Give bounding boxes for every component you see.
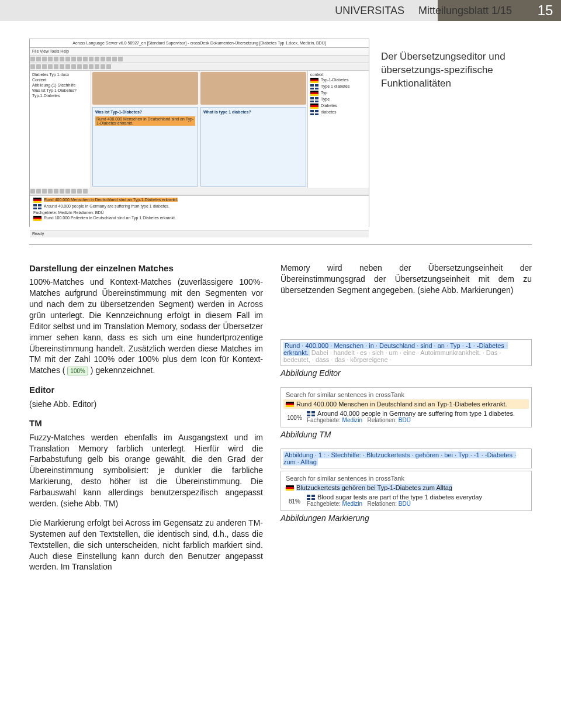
heading-editor: Editor [29,384,263,396]
heading-tm: TM [29,418,263,429]
match-percent-81: 81% [286,494,303,505]
app-titlebar: Across Language Server v6.0 50927_en [St… [30,39,369,48]
target-editor: What is type 1 diabetes? [200,107,306,187]
figure-tm: Search for similar sentences in crossTan… [280,387,532,427]
paragraph-markierung: Die Markierung erfolgt bei Across im Geg… [29,517,263,572]
caption-markierung: Abbildungen Markierung [280,513,532,523]
app-screenshot: Across Language Server v6.0 50927_en [St… [29,39,369,227]
figure-markierung-1: Abbildung · 1 : · Stechhilfe: · Blutzuck… [280,448,532,468]
preview-images [91,71,307,106]
paragraph-matches: 100%-Matches und Kontext-Matches (zuverl… [29,277,263,376]
divider [29,244,532,245]
match-percent: 100% [286,410,303,421]
page-number: 15 [529,2,561,19]
body-left-column: Darstellung der einzelnen Matches 100%-M… [29,263,263,581]
figure-caption-top: Der Übersetzungseditor und übersetzungs-… [381,39,532,227]
figure-markierung-2: Search for similar sentences in crossTan… [280,471,532,511]
issue: Mitteilungsblatt 1/15 [418,5,512,16]
caption-editor: Abbildung Editor [280,368,532,378]
source-editor: Was ist Typ-1-Diabetes? Rund 400.000 Men… [92,107,198,187]
context-match-icon: 100% [67,367,88,376]
context-pane: context Typ-1-Diabetes Type 1 diabetes T… [307,71,369,188]
figure-editor: Rund · 400.000 · Menschen · in · Deutsch… [280,339,532,366]
heading-matches: Darstellung der einzelnen Matches [29,263,263,274]
search-center: Rund 400.000 Menschen in Deutschland sin… [30,195,369,230]
body-right-column: Memory wird neben der Übersetzungseinhei… [280,263,532,581]
app-toolbar-1 [30,56,369,63]
paragraph-tm: Fuzzy-Matches werden ebenfalls im Ausgan… [29,432,263,509]
brand: UNIVERSITAS [335,5,404,16]
paragraph-editor-ref: (siehe Abb. Editor) [29,399,263,410]
app-menubar: File View Tools Help [30,48,369,56]
page-header: UNIVERSITAS Mitteilungsblatt 1/15 15 [0,0,561,21]
app-toolbar-3 [30,188,369,195]
caption-tm: Abbildung TM [280,430,532,439]
app-toolbar-2 [30,63,369,71]
project-tree: Diabetes Typ 1.docx Content Abbildung (1… [30,71,91,188]
paragraph-memory: Memory wird neben der Übersetzungseinhei… [280,263,532,296]
status-bar: Ready [30,230,369,237]
